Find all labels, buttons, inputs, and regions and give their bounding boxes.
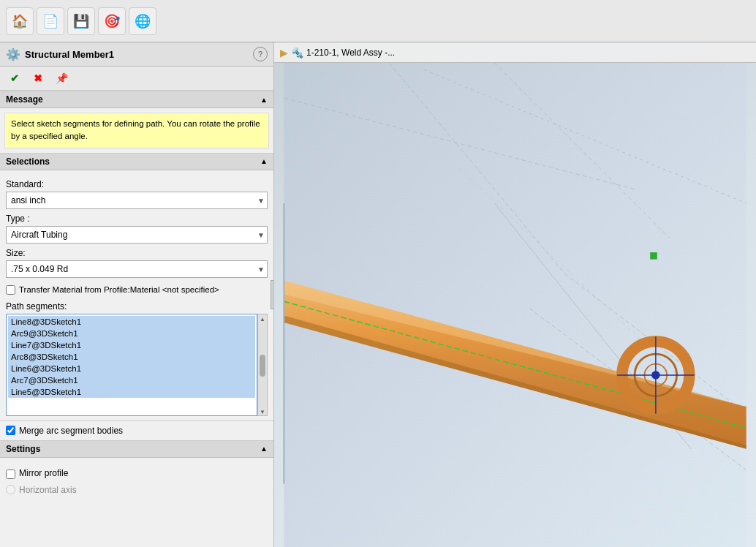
- save-button[interactable]: 💾: [67, 7, 95, 35]
- selections-collapse-arrow: ▲: [260, 157, 268, 165]
- home-button[interactable]: 🏠: [6, 7, 34, 35]
- standard-dropdown-wrap: ansi inch ▼: [6, 192, 268, 209]
- settings-section-header[interactable]: Settings ▲: [0, 440, 273, 458]
- path-segments-list: Line8@3DSketch1Arc9@3DSketch1Line7@3DSke…: [6, 314, 257, 416]
- path-item-1[interactable]: Arc9@3DSketch1: [8, 328, 255, 339]
- left-panel: ⚙️ Structural Member1 ? ✔ ✖ 📌 Message ▲ …: [0, 42, 274, 547]
- cancel-button[interactable]: ✖: [29, 69, 47, 87]
- size-label: Size:: [6, 248, 268, 258]
- pin-button[interactable]: 📌: [53, 69, 70, 87]
- selections-section-header[interactable]: Selections ▲: [0, 153, 273, 170]
- document-button[interactable]: 📄: [37, 7, 64, 35]
- size-dropdown-wrap: .75 x 0.049 Rd ▼: [6, 260, 268, 278]
- type-dropdown-wrap: Aircraft Tubing ▼: [6, 226, 268, 244]
- main-area: ⚙️ Structural Member1 ? ✔ ✖ 📌 Message ▲ …: [0, 42, 756, 547]
- size-dropdown[interactable]: .75 x 0.049 Rd: [6, 260, 268, 278]
- horizontal-axis-row: Horizontal axis: [6, 485, 268, 495]
- breadcrumb-text: 1-210-1, Weld Assy -...: [306, 48, 395, 58]
- message-text: Select sketch segments for defining path…: [11, 119, 260, 140]
- message-section-label: Message: [6, 94, 43, 105]
- settings-section-label: Settings: [6, 444, 40, 454]
- path-item-0[interactable]: Line8@3DSketch1: [8, 316, 255, 328]
- transfer-material-row: Transfer Material from Profile:Material …: [6, 284, 268, 295]
- path-item-6[interactable]: Line5@3DSketch1: [8, 386, 255, 398]
- target-button[interactable]: 🎯: [98, 7, 126, 35]
- standard-label: Standard:: [6, 179, 268, 189]
- scene-svg: [274, 63, 756, 547]
- panel-title: Structural Member1: [25, 49, 249, 60]
- path-item-4[interactable]: Line6@3DSketch1: [8, 363, 255, 374]
- path-item-5[interactable]: Arc7@3DSketch1: [8, 374, 255, 386]
- breadcrumb-icon: ▶: [280, 47, 288, 59]
- breadcrumb-bar: ▶ 🔩 1-210-1, Weld Assy -...: [274, 42, 756, 63]
- merge-label: Merge arc segment bodies: [19, 426, 123, 436]
- settings-collapse-arrow: ▲: [260, 445, 268, 453]
- selections-content: Standard: ansi inch ▼ Type : Aircraft Tu…: [0, 170, 273, 420]
- type-label: Type :: [6, 214, 268, 224]
- scene-container: [274, 63, 756, 547]
- message-content: Select sketch segments for defining path…: [4, 113, 269, 148]
- breadcrumb-assembly-icon: 🔩: [291, 47, 303, 59]
- confirm-button[interactable]: ✔: [6, 69, 23, 87]
- settings-content: Mirror profile Horizontal axis: [0, 458, 273, 502]
- mirror-profile-checkbox[interactable]: [6, 469, 15, 479]
- type-dropdown[interactable]: Aircraft Tubing: [6, 226, 268, 244]
- top-toolbar: 🏠 📄 💾 🎯 🌐: [0, 0, 756, 42]
- action-row: ✔ ✖ 📌: [0, 67, 273, 91]
- transfer-material-checkbox[interactable]: [6, 285, 15, 295]
- message-section-header[interactable]: Message ▲: [0, 91, 273, 108]
- horizontal-axis-label: Horizontal axis: [19, 485, 77, 495]
- path-item-3[interactable]: Arc8@3DSketch1: [8, 351, 255, 363]
- path-segments-label: Path segments:: [6, 301, 268, 312]
- panel-header: ⚙️ Structural Member1 ?: [0, 42, 273, 67]
- mirror-profile-label: Mirror profile: [19, 468, 68, 478]
- transfer-material-label: Transfer Material from Profile:Material …: [19, 284, 219, 295]
- mirror-profile-row: Mirror profile: [6, 468, 268, 479]
- standard-dropdown[interactable]: ansi inch: [6, 192, 268, 209]
- horizontal-axis-radio[interactable]: [6, 485, 15, 494]
- message-collapse-arrow: ▲: [260, 96, 268, 104]
- path-item-2[interactable]: Line7@3DSketch1: [8, 339, 255, 351]
- list-scrollbar[interactable]: ▲ ▼: [257, 314, 268, 416]
- merge-row: Merge arc segment bodies: [0, 420, 273, 440]
- structural-member-icon: ⚙️: [6, 48, 20, 61]
- selections-section-label: Selections: [6, 156, 50, 167]
- help-button[interactable]: ?: [253, 47, 268, 61]
- merge-checkbox[interactable]: [6, 426, 15, 435]
- viewport: ▶ 🔩 1-210-1, Weld Assy -...: [274, 42, 756, 547]
- svg-rect-19: [650, 252, 657, 260]
- sphere-button[interactable]: 🌐: [129, 7, 156, 35]
